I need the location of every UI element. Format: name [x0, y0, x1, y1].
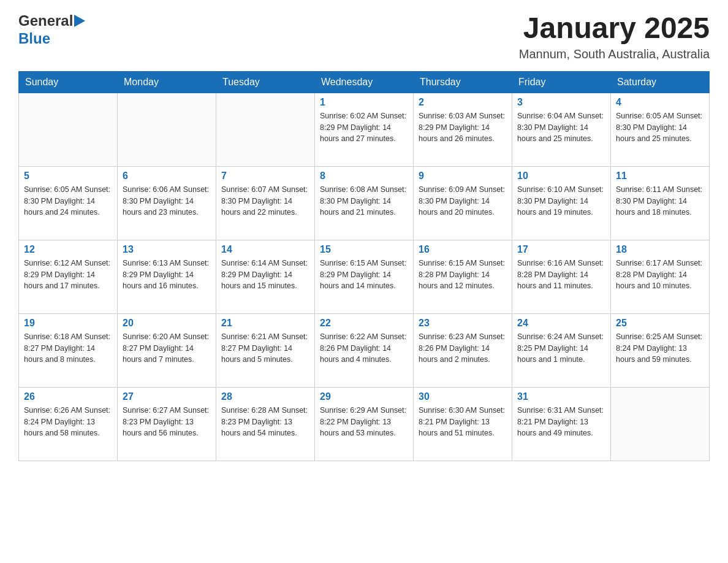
logo-triangle-icon	[74, 15, 85, 27]
day-info: Sunrise: 6:03 AM Sunset: 8:29 PM Dayligh…	[419, 110, 507, 145]
day-info: Sunrise: 6:28 AM Sunset: 8:23 PM Dayligh…	[221, 405, 309, 439]
day-info: Sunrise: 6:30 AM Sunset: 8:21 PM Dayligh…	[419, 405, 507, 439]
calendar-cell: 17Sunrise: 6:16 AM Sunset: 8:28 PM Dayli…	[512, 240, 611, 313]
calendar-cell	[118, 93, 216, 166]
calendar-header-row: SundayMondayTuesdayWednesdayThursdayFrid…	[19, 71, 710, 93]
day-info: Sunrise: 6:22 AM Sunset: 8:26 PM Dayligh…	[320, 331, 408, 366]
calendar-week-row: 19Sunrise: 6:18 AM Sunset: 8:27 PM Dayli…	[19, 313, 710, 387]
day-number: 7	[221, 170, 309, 182]
day-info: Sunrise: 6:20 AM Sunset: 8:27 PM Dayligh…	[123, 331, 211, 366]
calendar-cell: 30Sunrise: 6:30 AM Sunset: 8:21 PM Dayli…	[414, 387, 512, 461]
day-number: 22	[320, 318, 408, 329]
column-header-saturday: Saturday	[611, 71, 710, 93]
calendar-cell: 16Sunrise: 6:15 AM Sunset: 8:28 PM Dayli…	[414, 240, 512, 313]
column-header-thursday: Thursday	[414, 71, 512, 93]
title-block: January 2025 Mannum, South Australia, Au…	[519, 12, 710, 61]
day-number: 12	[24, 244, 112, 255]
calendar-week-row: 1Sunrise: 6:02 AM Sunset: 8:29 PM Daylig…	[19, 93, 710, 166]
day-number: 13	[123, 244, 211, 255]
day-number: 5	[24, 170, 112, 182]
day-number: 2	[419, 97, 507, 108]
calendar-cell: 20Sunrise: 6:20 AM Sunset: 8:27 PM Dayli…	[118, 313, 216, 387]
calendar-cell: 15Sunrise: 6:15 AM Sunset: 8:29 PM Dayli…	[315, 240, 414, 313]
column-header-wednesday: Wednesday	[315, 71, 414, 93]
calendar-cell: 27Sunrise: 6:27 AM Sunset: 8:23 PM Dayli…	[118, 387, 216, 461]
calendar-cell: 23Sunrise: 6:23 AM Sunset: 8:26 PM Dayli…	[414, 313, 512, 387]
day-info: Sunrise: 6:06 AM Sunset: 8:30 PM Dayligh…	[123, 184, 211, 218]
calendar-cell: 28Sunrise: 6:28 AM Sunset: 8:23 PM Dayli…	[216, 387, 315, 461]
calendar-cell: 18Sunrise: 6:17 AM Sunset: 8:28 PM Dayli…	[611, 240, 710, 313]
day-number: 31	[517, 391, 605, 402]
day-info: Sunrise: 6:15 AM Sunset: 8:29 PM Dayligh…	[320, 258, 408, 292]
day-info: Sunrise: 6:21 AM Sunset: 8:27 PM Dayligh…	[221, 331, 309, 366]
calendar-cell: 6Sunrise: 6:06 AM Sunset: 8:30 PM Daylig…	[118, 166, 216, 240]
day-info: Sunrise: 6:07 AM Sunset: 8:30 PM Dayligh…	[221, 184, 309, 218]
calendar-cell: 8Sunrise: 6:08 AM Sunset: 8:30 PM Daylig…	[315, 166, 414, 240]
logo-general-text: General	[18, 12, 73, 30]
calendar-cell: 22Sunrise: 6:22 AM Sunset: 8:26 PM Dayli…	[315, 313, 414, 387]
calendar-cell: 12Sunrise: 6:12 AM Sunset: 8:29 PM Dayli…	[19, 240, 118, 313]
day-info: Sunrise: 6:08 AM Sunset: 8:30 PM Dayligh…	[320, 184, 408, 218]
page-header: General Blue January 2025 Mannum, South …	[18, 12, 710, 61]
day-info: Sunrise: 6:05 AM Sunset: 8:30 PM Dayligh…	[616, 110, 704, 145]
day-info: Sunrise: 6:05 AM Sunset: 8:30 PM Dayligh…	[24, 184, 112, 218]
column-header-friday: Friday	[512, 71, 611, 93]
calendar-cell: 13Sunrise: 6:13 AM Sunset: 8:29 PM Dayli…	[118, 240, 216, 313]
day-number: 26	[24, 391, 112, 402]
day-info: Sunrise: 6:31 AM Sunset: 8:21 PM Dayligh…	[517, 405, 605, 439]
day-info: Sunrise: 6:17 AM Sunset: 8:28 PM Dayligh…	[616, 258, 704, 292]
day-info: Sunrise: 6:14 AM Sunset: 8:29 PM Dayligh…	[221, 258, 309, 292]
day-number: 23	[419, 318, 507, 329]
calendar-cell: 7Sunrise: 6:07 AM Sunset: 8:30 PM Daylig…	[216, 166, 315, 240]
day-number: 6	[123, 170, 211, 182]
calendar-cell: 9Sunrise: 6:09 AM Sunset: 8:30 PM Daylig…	[414, 166, 512, 240]
calendar-cell	[611, 387, 710, 461]
calendar-cell: 3Sunrise: 6:04 AM Sunset: 8:30 PM Daylig…	[512, 93, 611, 166]
calendar-week-row: 26Sunrise: 6:26 AM Sunset: 8:24 PM Dayli…	[19, 387, 710, 461]
day-number: 27	[123, 391, 211, 402]
day-info: Sunrise: 6:25 AM Sunset: 8:24 PM Dayligh…	[616, 331, 704, 366]
day-number: 17	[517, 244, 605, 255]
day-info: Sunrise: 6:13 AM Sunset: 8:29 PM Dayligh…	[123, 258, 211, 292]
calendar-cell	[19, 93, 118, 166]
calendar-cell: 26Sunrise: 6:26 AM Sunset: 8:24 PM Dayli…	[19, 387, 118, 461]
column-header-tuesday: Tuesday	[216, 71, 315, 93]
logo-blue-text: Blue	[18, 30, 50, 47]
day-number: 3	[517, 97, 605, 108]
day-info: Sunrise: 6:27 AM Sunset: 8:23 PM Dayligh…	[123, 405, 211, 439]
day-info: Sunrise: 6:15 AM Sunset: 8:28 PM Dayligh…	[419, 258, 507, 292]
day-number: 29	[320, 391, 408, 402]
day-number: 24	[517, 318, 605, 329]
day-info: Sunrise: 6:29 AM Sunset: 8:22 PM Dayligh…	[320, 405, 408, 439]
day-info: Sunrise: 6:10 AM Sunset: 8:30 PM Dayligh…	[517, 184, 605, 218]
day-number: 21	[221, 318, 309, 329]
month-title: January 2025	[519, 12, 710, 45]
calendar-week-row: 12Sunrise: 6:12 AM Sunset: 8:29 PM Dayli…	[19, 240, 710, 313]
column-header-sunday: Sunday	[19, 71, 118, 93]
day-number: 15	[320, 244, 408, 255]
calendar-cell: 19Sunrise: 6:18 AM Sunset: 8:27 PM Dayli…	[19, 313, 118, 387]
day-info: Sunrise: 6:12 AM Sunset: 8:29 PM Dayligh…	[24, 258, 112, 292]
day-number: 14	[221, 244, 309, 255]
day-number: 25	[616, 318, 704, 329]
day-number: 9	[419, 170, 507, 182]
day-number: 20	[123, 318, 211, 329]
location-subtitle: Mannum, South Australia, Australia	[519, 47, 710, 61]
calendar-cell: 4Sunrise: 6:05 AM Sunset: 8:30 PM Daylig…	[611, 93, 710, 166]
day-info: Sunrise: 6:18 AM Sunset: 8:27 PM Dayligh…	[24, 331, 112, 366]
calendar-cell: 25Sunrise: 6:25 AM Sunset: 8:24 PM Dayli…	[611, 313, 710, 387]
day-number: 30	[419, 391, 507, 402]
calendar-table: SundayMondayTuesdayWednesdayThursdayFrid…	[18, 71, 710, 461]
calendar-cell: 11Sunrise: 6:11 AM Sunset: 8:30 PM Dayli…	[611, 166, 710, 240]
day-info: Sunrise: 6:23 AM Sunset: 8:26 PM Dayligh…	[419, 331, 507, 366]
calendar-cell: 24Sunrise: 6:24 AM Sunset: 8:25 PM Dayli…	[512, 313, 611, 387]
day-number: 28	[221, 391, 309, 402]
day-number: 18	[616, 244, 704, 255]
calendar-week-row: 5Sunrise: 6:05 AM Sunset: 8:30 PM Daylig…	[19, 166, 710, 240]
day-info: Sunrise: 6:24 AM Sunset: 8:25 PM Dayligh…	[517, 331, 605, 366]
day-info: Sunrise: 6:11 AM Sunset: 8:30 PM Dayligh…	[616, 184, 704, 218]
column-header-monday: Monday	[118, 71, 216, 93]
day-number: 19	[24, 318, 112, 329]
calendar-cell: 2Sunrise: 6:03 AM Sunset: 8:29 PM Daylig…	[414, 93, 512, 166]
calendar-cell	[216, 93, 315, 166]
